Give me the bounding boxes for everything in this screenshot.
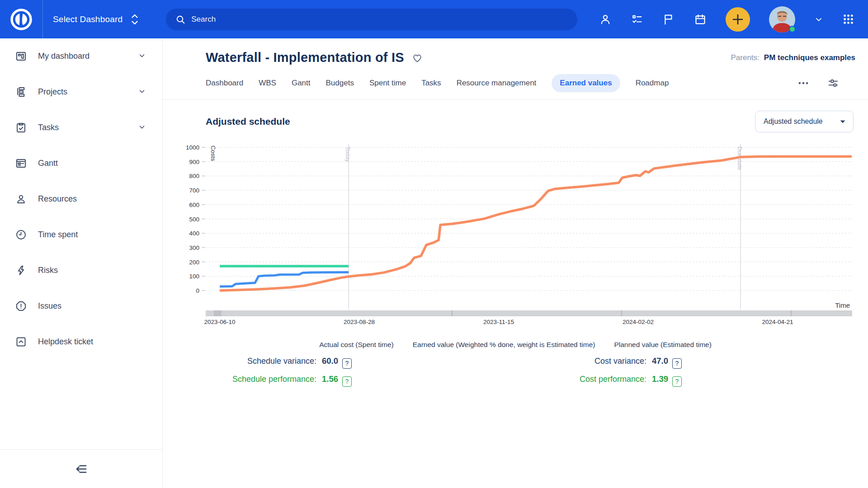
tab-gantt[interactable]: Gantt	[292, 74, 311, 92]
gantt-icon	[15, 157, 27, 169]
cost-variance-label: Cost variance:	[594, 357, 646, 366]
tasks-checklist-icon[interactable]	[631, 13, 643, 26]
schedule-performance-help-icon[interactable]: ?	[342, 376, 352, 387]
svg-text:0: 0	[196, 287, 199, 294]
y-axis-title: Costs	[210, 145, 217, 161]
sidebar-item-time-spent[interactable]: Time spent	[0, 217, 162, 253]
svg-text:400: 400	[189, 230, 199, 237]
svg-text:2023-08-28: 2023-08-28	[344, 319, 375, 325]
earned-value-metrics: Schedule variance:60.0? Cost variance:47…	[163, 356, 682, 387]
schedule-performance-label: Schedule performance:	[232, 375, 316, 384]
sidebar-item-label: Time spent	[38, 230, 78, 239]
project-tabs: DashboardWBSGanttBudgetsSpent timeTasksR…	[206, 74, 855, 99]
sidebar-item-resources[interactable]: Resources	[0, 181, 162, 217]
quick-add-button[interactable]	[726, 7, 750, 32]
page-title: Waterfall - Implementation of IS	[206, 50, 404, 65]
app: Select Dashboard	[0, 0, 868, 488]
sidebar-item-label: Tasks	[38, 123, 59, 132]
sidebar-item-label: My dashboard	[38, 52, 90, 61]
svg-text:500: 500	[189, 216, 199, 223]
sidebar-item-tasks[interactable]: Tasks	[0, 110, 162, 145]
global-search	[166, 9, 577, 30]
topbar-icons	[599, 6, 868, 33]
calendar-icon[interactable]	[694, 13, 707, 26]
sidebar-item-label: Issues	[38, 301, 61, 311]
legend-item-actual-cost[interactable]: Actual cost (Spent time)	[319, 341, 394, 349]
module-settings-sliders-icon[interactable]	[827, 77, 839, 89]
issues-icon	[15, 300, 27, 312]
sidebar-footer	[0, 449, 162, 488]
tab-spent-time[interactable]: Spent time	[369, 74, 406, 92]
svg-text:800: 800	[189, 173, 199, 179]
risks-icon	[15, 264, 27, 277]
svg-text:2023-06-10: 2023-06-10	[204, 319, 235, 325]
apps-grid-icon[interactable]	[842, 13, 854, 25]
sidebar-item-label: Projects	[38, 87, 67, 97]
tab-wbs[interactable]: WBS	[259, 74, 276, 92]
chart-legend: Actual cost (Spent time)Earned value (We…	[163, 341, 868, 349]
topbar: Select Dashboard	[0, 0, 868, 38]
collapse-sidebar-button[interactable]	[74, 462, 89, 476]
project-header: Waterfall - Implementation of IS Parents…	[163, 38, 868, 100]
app-logo[interactable]	[0, 0, 43, 38]
x-axis-title: Time	[835, 301, 850, 309]
clock-icon	[15, 229, 27, 241]
cost-performance-help-icon[interactable]: ?	[672, 376, 682, 387]
tab-tasks[interactable]: Tasks	[421, 74, 441, 92]
sidebar-item-projects[interactable]: Projects	[0, 74, 162, 110]
svg-text:900: 900	[189, 159, 199, 165]
legend-item-earned-value[interactable]: Earned value (Weighted % done, weight is…	[413, 341, 595, 349]
sidebar-item-label: Helpdesk ticket	[38, 337, 93, 347]
svg-text:700: 700	[189, 187, 199, 194]
chevron-down-icon	[138, 123, 146, 133]
series-planned-value	[220, 156, 852, 291]
tab-earned-values[interactable]: Earned values	[552, 74, 620, 92]
line-chart[interactable]: 01002003004005006007008009001000CostsTod…	[163, 139, 868, 326]
tab-roadmap[interactable]: Roadmap	[636, 74, 669, 92]
search-input[interactable]	[191, 15, 568, 24]
profile-chevron-down-icon[interactable]	[814, 15, 823, 24]
dashboard-selector-label: Select Dashboard	[53, 14, 123, 24]
schedule-type-value: Adjusted schedule	[764, 117, 823, 126]
select-chevrons-icon	[130, 13, 140, 26]
annotation-label: Today	[344, 146, 351, 162]
schedule-type-select[interactable]: Adjusted schedule	[755, 111, 854, 132]
svg-text:2023-11-15: 2023-11-15	[483, 319, 514, 325]
schedule-variance-help-icon[interactable]: ?	[342, 358, 352, 369]
cost-variance-value: 47.0	[652, 356, 668, 366]
cost-performance-metric: Cost performance:1.39?	[352, 374, 682, 387]
sidebar-item-risks[interactable]: Risks	[0, 253, 162, 288]
legend-item-planned-value[interactable]: Planned value (Estimated time)	[614, 341, 711, 349]
user-avatar[interactable]	[769, 6, 795, 33]
sidebar-item-helpdesk-ticket[interactable]: Helpdesk ticket	[0, 324, 162, 360]
breadcrumb: Parents:PM techniques examples	[731, 53, 856, 62]
schedule-performance-value: 1.56	[322, 374, 338, 384]
tab-budgets[interactable]: Budgets	[326, 74, 354, 92]
user-icon[interactable]	[599, 13, 612, 26]
cost-performance-label: Cost performance:	[580, 375, 646, 384]
tab-resource-management[interactable]: Resource management	[457, 74, 537, 92]
select-triangle-icon	[840, 117, 846, 126]
dashboard-selector[interactable]: Select Dashboard	[53, 13, 140, 26]
parent-project-link[interactable]: PM techniques examples	[764, 53, 855, 62]
svg-text:200: 200	[189, 259, 199, 266]
cost-variance-help-icon[interactable]: ?	[672, 358, 682, 369]
favorite-heart-icon[interactable]	[411, 52, 423, 64]
projects-icon	[15, 86, 27, 98]
flag-icon[interactable]	[662, 13, 675, 26]
plus-icon	[731, 13, 745, 26]
chevron-down-icon	[138, 87, 146, 97]
chevron-down-icon	[138, 52, 146, 61]
earned-value-section-header: Adjusted schedule Adjusted schedule	[163, 100, 868, 132]
svg-text:100: 100	[189, 273, 199, 280]
dashboard-icon	[15, 50, 27, 62]
tasks-icon	[15, 122, 27, 134]
schedule-performance-metric: Schedule performance:1.56?	[163, 374, 352, 387]
sidebar-item-gantt[interactable]: Gantt	[0, 145, 162, 181]
more-tabs-icon[interactable]	[797, 77, 809, 89]
schedule-variance-value: 60.0	[322, 356, 338, 366]
resources-icon	[15, 193, 27, 205]
tab-dashboard[interactable]: Dashboard	[206, 74, 243, 92]
sidebar-item-issues[interactable]: Issues	[0, 288, 162, 324]
sidebar-item-my-dashboard[interactable]: My dashboard	[0, 38, 162, 74]
